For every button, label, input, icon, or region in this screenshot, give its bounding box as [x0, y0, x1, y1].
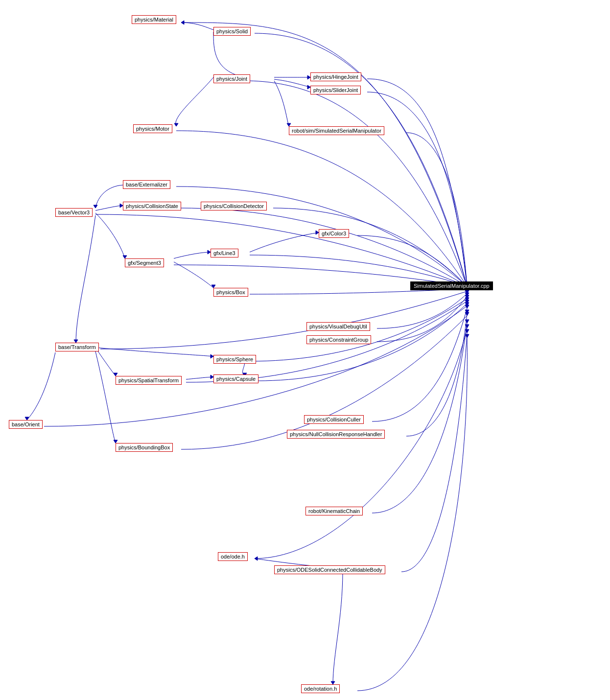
- svg-marker-33: [174, 123, 178, 126]
- node-gfx-color3: gfx/Color3: [319, 229, 349, 238]
- svg-marker-34: [94, 205, 97, 208]
- node-ode-odeh: ode/ode.h: [218, 552, 248, 561]
- node-physics-odesolid: physics/ODESolidConnectedCollidableBody: [274, 565, 385, 574]
- node-physics-collisionculler: physics/CollisionCuller: [304, 415, 364, 424]
- node-physics-joint: physics/Joint: [213, 74, 250, 83]
- main-node: SimulatedSerialManipulator.cpp: [410, 281, 493, 290]
- node-physics-box: physics/Box: [213, 288, 248, 297]
- node-physics-collisiondetector: physics/CollisionDetector: [201, 202, 267, 210]
- node-physics-solid: physics/Solid: [213, 27, 251, 36]
- node-base-vector3: base/Vector3: [55, 208, 93, 217]
- node-ode-rotation: ode/rotation.h: [301, 684, 340, 693]
- node-physics-constraintgroup: physics/ConstraintGroup: [306, 335, 371, 344]
- node-base-orient: base/Orient: [9, 420, 43, 429]
- node-gfx-segment3: gfx/Segment3: [125, 258, 164, 267]
- node-physics-hingejoint: physics/HingeJoint: [310, 72, 361, 81]
- node-physics-collisionstate: physics/CollisionState: [123, 202, 181, 210]
- node-physics-motor: physics/Motor: [133, 124, 172, 133]
- node-robot-kinematicchain: robot/KinematicChain: [305, 507, 363, 515]
- node-physics-sphere: physics/Sphere: [213, 355, 256, 364]
- svg-marker-24: [465, 312, 469, 316]
- node-physics-sliderjoint: physics/SliderJoint: [310, 86, 361, 94]
- node-base-externalizer: base/Externalizer: [123, 180, 170, 189]
- node-physics-nullcollision: physics/NullCollisionResponseHandler: [287, 430, 385, 439]
- node-physics-material: physics/Material: [132, 15, 176, 24]
- svg-marker-25: [465, 320, 469, 323]
- node-physics-visualdebug: physics/VisualDebugUtil: [306, 322, 370, 331]
- node-physics-boundingbox: physics/BoundingBox: [116, 443, 173, 452]
- node-physics-spatialtransform: physics/SpatialTransform: [116, 376, 182, 385]
- svg-marker-28: [465, 334, 469, 338]
- node-physics-capsule: physics/Capsule: [213, 374, 258, 383]
- svg-marker-29: [181, 21, 184, 24]
- node-base-transform: base/Transform: [55, 343, 99, 351]
- node-robot-simulated: robot/sim/SimulatedSerialManipulator: [289, 126, 384, 135]
- node-gfx-line3: gfx/Line3: [211, 249, 238, 257]
- svg-marker-47: [255, 557, 258, 560]
